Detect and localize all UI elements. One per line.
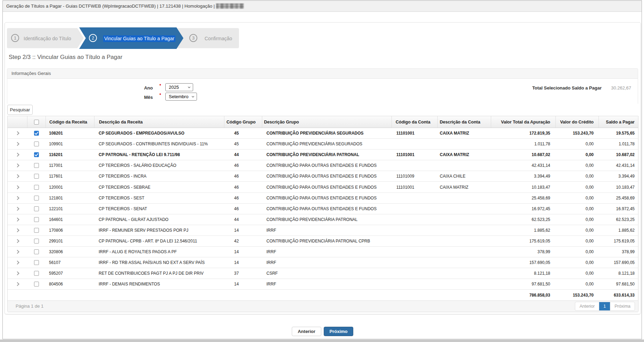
- table-row: 170806IRRF - REMUNER SERV PRESTADOS POR …: [8, 225, 638, 236]
- cell-descricao: CP TERCEIROS - SEST: [94, 193, 224, 203]
- row-checkbox[interactable]: [34, 282, 39, 287]
- row-checkbox[interactable]: [34, 260, 39, 265]
- row-checkbox[interactable]: [34, 206, 39, 211]
- cell-valor_total: 157.690,05: [491, 257, 555, 268]
- step-1-identificacao[interactable]: Identificação do Título: [24, 36, 71, 41]
- row-checkbox[interactable]: [34, 239, 39, 243]
- cell-valor_total: 175.619,05: [491, 236, 555, 246]
- expand-row-icon[interactable]: [15, 185, 19, 189]
- cell-conta: [391, 236, 437, 246]
- expand-row-icon[interactable]: [15, 272, 19, 275]
- cell-grupo: 14: [224, 225, 262, 236]
- cell-conta_desc: [437, 236, 491, 246]
- row-checkbox[interactable]: [34, 249, 39, 254]
- cell-conta_desc: [437, 247, 491, 257]
- cell-grupo: 42: [224, 236, 262, 246]
- chevron-down-icon: [188, 86, 190, 88]
- cell-valor_total: 16.972,45: [491, 204, 555, 214]
- cell-grupo: 46: [224, 193, 262, 203]
- cell-valor_credito: 0,00: [555, 268, 598, 279]
- row-checkbox[interactable]: [34, 271, 39, 276]
- expand-row-icon[interactable]: [15, 207, 19, 211]
- cell-grupo_desc: CSRF: [262, 268, 391, 279]
- cell-conta: [391, 247, 437, 257]
- pager-proxima-button[interactable]: Próxima: [610, 302, 635, 310]
- step-1-circle: 1: [11, 34, 19, 42]
- row-checkbox[interactable]: [34, 131, 39, 136]
- header-expander: [8, 116, 27, 128]
- expand-row-icon[interactable]: [15, 250, 19, 254]
- expand-row-icon[interactable]: [15, 142, 19, 146]
- mes-select[interactable]: Setembro: [165, 93, 197, 101]
- cell-descricao: IRRF - REMUNER SERV PRESTADOS POR PJ: [94, 225, 224, 236]
- cell-conta: 11101009: [391, 171, 437, 181]
- row-checkbox[interactable]: [34, 185, 39, 190]
- cell-saldo: 16.972,45: [598, 204, 638, 214]
- step-3-circle: 3: [189, 34, 197, 42]
- window-title: Geração de Títulos a Pagar - Guias DCTFW…: [6, 3, 215, 9]
- expand-row-icon[interactable]: [15, 261, 19, 265]
- pager-page-1-button[interactable]: 1: [599, 302, 610, 310]
- cell-codigo: 109901: [46, 139, 94, 149]
- table-row: 595207RET DE CONTRIBUICOES PAGT PJ A PJ …: [8, 268, 638, 279]
- expand-row-icon[interactable]: [15, 174, 19, 178]
- pager-anterior-button[interactable]: Anterior: [575, 302, 599, 310]
- header-saldo-a-pagar: Saldo a Pagar: [598, 116, 638, 128]
- cell-conta_desc: [437, 214, 491, 225]
- cell-valor_credito: 0,00: [555, 149, 598, 160]
- anterior-button[interactable]: Anterior: [292, 327, 321, 336]
- cell-codigo: 116201: [46, 149, 94, 160]
- row-checkbox[interactable]: [34, 174, 39, 179]
- cell-descricao: CP SEGURADOS - EMPREGADOS/AVULSO: [94, 128, 224, 138]
- cell-grupo: 44: [224, 214, 262, 225]
- pesquisar-button[interactable]: Pesquisar: [7, 105, 33, 115]
- expand-row-icon[interactable]: [15, 164, 19, 168]
- cell-valor_total: 10.687,02: [491, 149, 555, 160]
- cell-conta_desc: [437, 257, 491, 268]
- cell-valor_credito: 0,00: [555, 204, 598, 214]
- cell-saldo: 8.121,18: [598, 268, 638, 279]
- cell-descricao: CP TERCEIROS - SALÁRIO EDUCAÇÃO: [94, 160, 224, 171]
- table-row: 299101CP PATRONAL- CPRB - ART. 8º DA LEI…: [8, 236, 638, 247]
- row-checkbox[interactable]: [34, 152, 39, 157]
- cell-grupo: 45: [224, 128, 262, 138]
- row-checkbox[interactable]: [34, 163, 39, 168]
- cell-conta_desc: CAIXA MATRIZ: [437, 182, 491, 192]
- redacted-text-block: [216, 3, 244, 9]
- cell-conta_desc: [437, 193, 491, 203]
- ano-select[interactable]: 2025: [165, 83, 193, 91]
- table-row: 116201CP PATRONAL - RETENÇÃO LEI 9.711/9…: [8, 149, 638, 160]
- expand-row-icon[interactable]: [15, 239, 19, 243]
- expand-row-icon[interactable]: [15, 196, 19, 200]
- select-all-checkbox[interactable]: [34, 120, 39, 125]
- cell-grupo_desc: CONTRIBUIÇÃO PARA OUTRAS ENTIDADES E FUN…: [262, 182, 391, 192]
- expand-row-icon[interactable]: [15, 228, 19, 232]
- expand-row-icon[interactable]: [15, 217, 19, 221]
- step-2-vincular-guias[interactable]: Vincular Guias ao Título a Pagar: [103, 36, 175, 41]
- cell-saldo: 10.687,02: [598, 149, 638, 160]
- cell-saldo: 10.183,47: [598, 182, 638, 192]
- cell-saldo: 62.523,25: [598, 214, 638, 225]
- page-info: Página 1 de 1: [16, 303, 43, 309]
- table-totals-row: 786.858,03 153.243,70 633.614,33: [8, 290, 638, 301]
- row-checkbox[interactable]: [34, 142, 39, 146]
- proximo-button[interactable]: Próximo: [324, 327, 353, 336]
- cell-valor_total: 378,99: [491, 247, 555, 257]
- row-checkbox[interactable]: [34, 196, 39, 200]
- cell-grupo: 14: [224, 247, 262, 257]
- cell-descricao: IRRF - ALUG E ROYALTIES PAGOS A PF: [94, 247, 224, 257]
- total-selecionado-value: 30.262,67: [603, 85, 631, 91]
- cell-valor_credito: 0,00: [555, 139, 598, 149]
- step-3-confirmacao[interactable]: Confirmação: [205, 36, 232, 41]
- table-header-row: Código da Receita Descrição da Receita C…: [8, 116, 638, 128]
- expand-row-icon[interactable]: [15, 131, 19, 135]
- expand-row-icon[interactable]: [15, 153, 19, 157]
- totals-valor-total: 786.858,03: [491, 290, 555, 300]
- row-checkbox[interactable]: [34, 217, 39, 222]
- cell-codigo: 299101: [46, 236, 94, 246]
- window-titlebar: Geração de Títulos a Pagar - Guias DCTFW…: [3, 1, 642, 12]
- expand-row-icon[interactable]: [15, 282, 19, 286]
- table-row: 164601CP PATRONAL - GILRAT AJUSTADO44CON…: [8, 214, 638, 225]
- row-checkbox[interactable]: [34, 228, 39, 233]
- cell-grupo_desc: CONTRIBUIÇÃO PARA OUTRAS ENTIDADES E FUN…: [262, 204, 391, 214]
